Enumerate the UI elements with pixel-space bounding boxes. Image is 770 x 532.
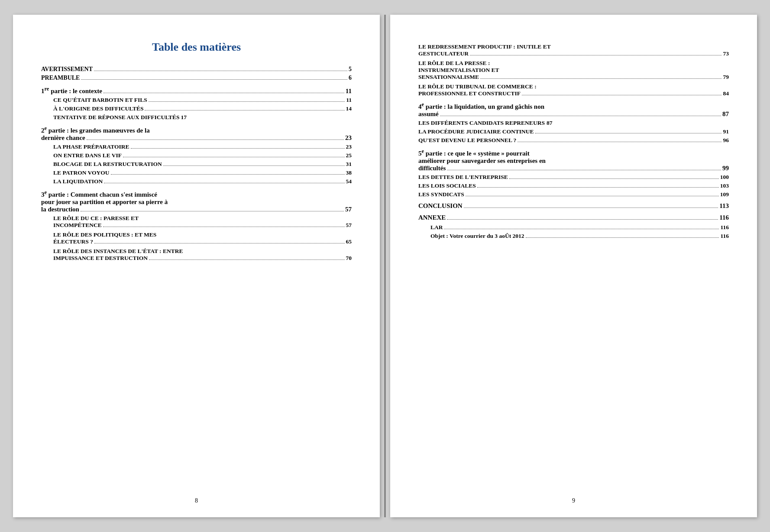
toc-entry-redressement: LE REDRESSEMENT PRODUCTIF : INUTILE ET G… bbox=[418, 43, 729, 57]
part-3-row: 3e partie : Comment chacun s'est immiscé bbox=[41, 189, 352, 198]
entry-text: PREAMBULE bbox=[41, 75, 80, 81]
entry-page: 5 bbox=[349, 66, 352, 73]
entry-text: QU'EST DEVENU LE PERSONNEL ? bbox=[418, 137, 516, 144]
dots bbox=[131, 148, 345, 149]
entry-text: GESTICULATEUR bbox=[418, 50, 469, 57]
dots bbox=[526, 237, 719, 238]
toc-entry-procedure: LA PROCÉDURE JUDICIAIRE CONTINUE 91 bbox=[418, 128, 729, 135]
entry-page: 11 bbox=[346, 88, 352, 95]
toc-entry-conclusion: CONCLUSION 113 bbox=[418, 202, 729, 210]
entry-page: 70 bbox=[346, 255, 352, 262]
entry-text: 1re partie : le contexte bbox=[41, 86, 102, 95]
dots bbox=[94, 243, 345, 243]
entry-text-line2: ÉLECTEURS ? 65 bbox=[53, 238, 352, 245]
page-number-right: 9 bbox=[572, 497, 575, 504]
entry-text: LES LOIS SOCIALES bbox=[418, 182, 476, 189]
entry-page: 116 bbox=[720, 224, 729, 231]
entry-text-line1: LE RÔLE DES POLITIQUES : ET MES bbox=[53, 231, 352, 238]
entry-page: 116 bbox=[719, 214, 729, 221]
entry-text-line2: GESTICULATEUR 73 bbox=[418, 50, 729, 57]
entry-text-line1: LE RÔLE DU CE : PARESSE ET bbox=[53, 215, 352, 222]
toc-entry-tentative: TENTATIVE DE RÉPONSE AUX DIFFICULTÉS 17 bbox=[41, 114, 352, 121]
dots bbox=[163, 165, 345, 166]
entry-page: 25 bbox=[346, 152, 352, 159]
part-2-row: 2e partie : les grandes manœuvres de la bbox=[41, 125, 352, 134]
entry-text: LES DETTES DE L'ENTREPRISE bbox=[418, 174, 508, 181]
entry-page: 113 bbox=[719, 202, 729, 210]
entry-text: IMPUISSANCE ET DESTRUCTION bbox=[53, 255, 148, 262]
part-5-row-2: améliorer pour sauvegarder ses entrepris… bbox=[418, 157, 729, 165]
entry-page: 57 bbox=[346, 222, 352, 229]
dots bbox=[104, 93, 344, 93]
entry-text: LA PROCÉDURE JUDICIAIRE CONTINUE bbox=[418, 128, 534, 135]
entry-page: 84 bbox=[723, 90, 729, 97]
dots bbox=[535, 133, 722, 133]
toc-part-3: 3e partie : Comment chacun s'est immiscé… bbox=[41, 189, 352, 213]
entry-page: 103 bbox=[720, 182, 729, 189]
entry-text: PROFESSIONNEL ET CONSTRUCTIF bbox=[418, 90, 521, 97]
toc-entry-tribunal: LE RÔLE DU TRIBUNAL DE COMMERCE : PROFES… bbox=[418, 83, 729, 97]
entry-page: 87 bbox=[547, 120, 553, 127]
toc-entry-annexe: ANNEXE 116 bbox=[418, 214, 729, 221]
dots bbox=[480, 78, 721, 79]
entry-text: la destruction bbox=[41, 206, 79, 213]
dots bbox=[447, 170, 721, 170]
toc-entry-ce: LE RÔLE DU CE : PARESSE ET INCOMPÉTENCE … bbox=[41, 215, 352, 229]
entry-page: 54 bbox=[346, 178, 352, 185]
toc-entry-lois: LES LOIS SOCIALES 103 bbox=[418, 182, 729, 189]
entry-text: LAR bbox=[430, 224, 443, 231]
entry-page: 73 bbox=[723, 50, 729, 57]
entry-page: 100 bbox=[720, 174, 729, 181]
dots bbox=[145, 110, 344, 110]
entry-page: 96 bbox=[723, 137, 729, 144]
dots bbox=[444, 229, 719, 229]
toc-part-1: 1re partie : le contexte 11 bbox=[41, 86, 352, 95]
toc-part-5: 5e partie : ce que le « système » pourra… bbox=[418, 148, 729, 172]
dots bbox=[149, 101, 345, 102]
dots bbox=[123, 157, 344, 157]
entry-text-line2: PROFESSIONNEL ET CONSTRUCTIF 84 bbox=[418, 90, 729, 97]
entry-page: 87 bbox=[722, 110, 729, 118]
page-divider bbox=[384, 15, 386, 517]
dots bbox=[477, 187, 719, 188]
entry-text: ÉLECTEURS ? bbox=[53, 238, 93, 245]
page-title: Table des matières bbox=[41, 41, 352, 54]
entry-text: assumé bbox=[418, 110, 439, 118]
toc-entry-liquidation: LA LIQUIDATION 54 bbox=[41, 178, 352, 185]
entry-page: 65 bbox=[346, 238, 352, 245]
entry-page: 23 bbox=[346, 143, 352, 150]
toc-part-4: 4e partie : la liquidation, un grand gâc… bbox=[418, 101, 729, 118]
entry-text: LES SYNDICATS bbox=[418, 191, 464, 198]
toc-entry-personnel: QU'EST DEVENU LE PERSONNEL ? 96 bbox=[418, 137, 729, 144]
toc-entry-candidats: LES DIFFÉRENTS CANDIDATS REPRENEURS 87 bbox=[418, 120, 729, 127]
toc-entry-preambule: PREAMBULE 6 bbox=[41, 75, 352, 81]
toc-entry-avertissement: AVERTISSEMENT 5 bbox=[41, 66, 352, 73]
dots bbox=[149, 260, 344, 260]
dots bbox=[87, 139, 344, 140]
toc-entry-courrier: Objet : Votre courrier du 3 aoÛt 2012 11… bbox=[418, 233, 729, 240]
toc-entry-politiques: LE RÔLE DES POLITIQUES : ET MES ÉLECTEUR… bbox=[41, 231, 352, 245]
entry-text: À L'ORIGINE DES DIFFICULTÉS bbox=[53, 105, 143, 112]
entry-text-line3: SENSATIONNALISME 79 bbox=[418, 74, 729, 81]
entry-text: LES DIFFÉRENTS CANDIDATS REPRENEURS bbox=[418, 120, 545, 127]
dots bbox=[509, 178, 719, 179]
part-4-row: 4e partie : la liquidation, un grand gâc… bbox=[418, 101, 729, 110]
entry-text: INCOMPÉTENCE bbox=[53, 222, 102, 229]
toc-entry-dettes: LES DETTES DE L'ENTREPRISE 100 bbox=[418, 174, 729, 181]
right-page: LE REDRESSEMENT PRODUCTIF : INUTILE ET G… bbox=[390, 15, 757, 517]
entry-page: 23 bbox=[345, 134, 352, 142]
entry-text: CE QU'ÉTAIT BARBOTIN ET FILS bbox=[53, 97, 147, 104]
entry-page: 17 bbox=[181, 114, 187, 121]
entry-text: CONCLUSION bbox=[418, 202, 463, 210]
entry-text: TENTATIVE DE RÉPONSE AUX DIFFICULTÉS bbox=[53, 114, 180, 121]
toc-part-2: 2e partie : les grandes manœuvres de la … bbox=[41, 125, 352, 142]
entry-page: 57 bbox=[345, 206, 352, 213]
dots bbox=[447, 219, 718, 220]
toc-entry-presse: LE RÔLE DE LA PRESSE : INSTRUMENTALISATI… bbox=[418, 60, 729, 81]
entry-text: dernière chance bbox=[41, 134, 85, 142]
dots bbox=[81, 211, 344, 211]
dots bbox=[464, 208, 718, 208]
entry-page: 91 bbox=[723, 128, 729, 135]
toc-entry-blocage: BLOCAGE DE LA RESTRUCTURATION 31 bbox=[41, 161, 352, 168]
entry-text-line1: LE RÔLE DU TRIBUNAL DE COMMERCE : bbox=[418, 83, 729, 90]
